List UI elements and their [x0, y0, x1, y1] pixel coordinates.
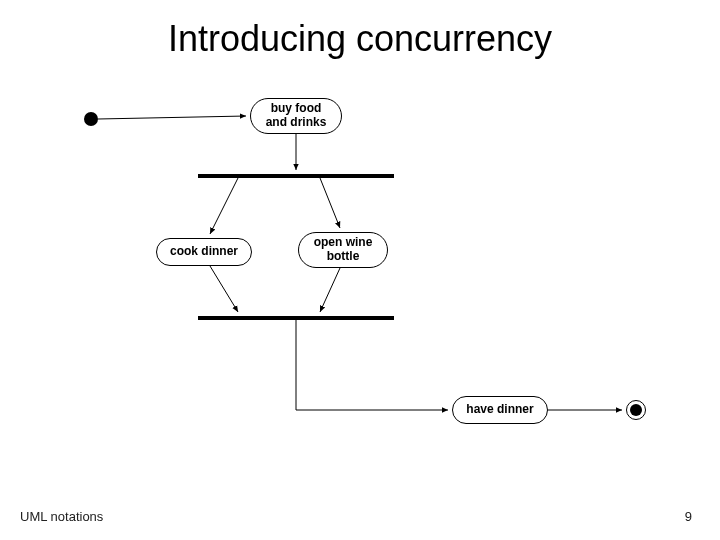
activity-diagram: buy food and drinks cook dinner open win… — [0, 80, 720, 480]
join-bar — [198, 316, 394, 320]
edge-fork-wine — [320, 178, 340, 228]
activity-label: have dinner — [466, 403, 533, 417]
final-node-inner-icon — [630, 404, 642, 416]
edge-fork-cook — [210, 178, 238, 234]
footer-label: UML notations — [20, 509, 103, 524]
fork-bar — [198, 174, 394, 178]
page-number: 9 — [685, 509, 692, 524]
activity-label: cook dinner — [170, 245, 238, 259]
initial-node-icon — [84, 112, 98, 126]
activity-label: open wine bottle — [314, 236, 373, 264]
edge-cook-join — [210, 266, 238, 312]
page-title: Introducing concurrency — [0, 18, 720, 60]
activity-cook-dinner: cook dinner — [156, 238, 252, 266]
edge-wine-join — [320, 268, 340, 312]
edge-join-dinner — [296, 320, 448, 410]
diagram-edges — [0, 80, 720, 480]
activity-label: buy food and drinks — [266, 102, 327, 130]
final-node-icon — [626, 400, 646, 420]
activity-have-dinner: have dinner — [452, 396, 548, 424]
activity-open-wine: open wine bottle — [298, 232, 388, 268]
edge-initial-buy — [98, 116, 246, 119]
activity-buy-food: buy food and drinks — [250, 98, 342, 134]
